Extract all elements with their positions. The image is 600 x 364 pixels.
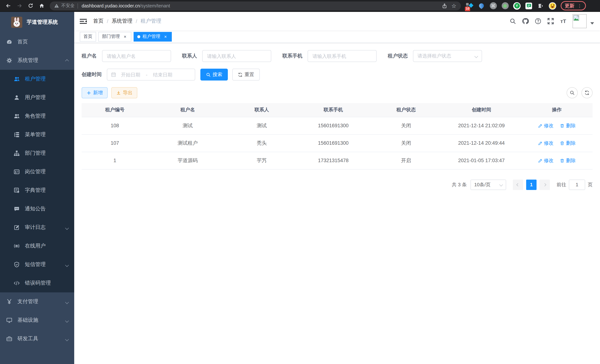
edit-link[interactable]: 修改 bbox=[538, 122, 553, 129]
tenant-table: 租户编号 租户名 联系人 联系手机 租户状态 创建时间 操作 108 测试 bbox=[82, 103, 593, 169]
prev-page-button[interactable] bbox=[513, 179, 523, 190]
page-size-select[interactable]: 10条/页 bbox=[470, 179, 506, 190]
user-avatar[interactable] bbox=[572, 14, 587, 28]
sidebar-item-notice[interactable]: 通知公告 bbox=[0, 200, 74, 218]
plus-icon bbox=[86, 90, 91, 95]
users-icon bbox=[13, 113, 20, 119]
sidebar-item-system[interactable]: 系统管理 bbox=[0, 51, 74, 70]
chevron-down-icon bbox=[474, 54, 478, 58]
start-date-input[interactable] bbox=[116, 72, 145, 77]
url-path: /system/tenant bbox=[140, 3, 170, 8]
sidebar-item-online-users[interactable]: 在线用户 bbox=[0, 237, 74, 255]
page-root: 不安全 dashboard.yudao.iocoder.cn/system/te… bbox=[0, 0, 600, 364]
breadcrumb-current: 租户管理 bbox=[141, 18, 161, 25]
extension-icon-recorder[interactable] bbox=[501, 2, 509, 9]
col-actions: 操作 bbox=[521, 103, 593, 117]
sidebar-item-roles[interactable]: 角色管理 bbox=[0, 107, 74, 125]
browser-home-icon[interactable] bbox=[37, 1, 46, 10]
add-button[interactable]: 新增 bbox=[82, 87, 108, 98]
status-select[interactable]: 请选择租户状态 bbox=[413, 50, 482, 62]
chevron-left-icon bbox=[516, 183, 520, 186]
share-icon[interactable] bbox=[442, 3, 447, 8]
bookmark-star-icon[interactable]: ☆ bbox=[451, 3, 456, 9]
refresh-table-button[interactable] bbox=[581, 87, 593, 98]
contact-label: 联系人 bbox=[182, 53, 197, 59]
badge-icon bbox=[13, 169, 20, 175]
fullscreen-icon[interactable] bbox=[544, 18, 557, 25]
reset-button[interactable]: 重置 bbox=[232, 69, 260, 81]
tab-tenant[interactable]: 租户管理 bbox=[134, 32, 172, 41]
delete-link[interactable]: 删除 bbox=[560, 140, 576, 146]
status-value: 开启 bbox=[370, 152, 442, 169]
address-bar[interactable]: 不安全 dashboard.yudao.iocoder.cn/system/te… bbox=[50, 1, 461, 10]
dictionary-icon bbox=[13, 187, 20, 193]
avatar-caret-icon[interactable] bbox=[590, 22, 594, 25]
extension-icon-kite[interactable] bbox=[478, 2, 485, 9]
sidebar-item-error-codes[interactable]: 错误码管理 bbox=[0, 274, 74, 292]
extension-icon-1[interactable]: 10 bbox=[466, 2, 473, 9]
security-label[interactable]: 不安全 bbox=[61, 3, 75, 9]
pen-icon bbox=[538, 123, 542, 128]
breadcrumb-home[interactable]: 首页 bbox=[93, 18, 103, 25]
close-icon[interactable] bbox=[122, 34, 128, 39]
tenant-name-input[interactable] bbox=[102, 50, 171, 62]
sidebar-item-dev-tools[interactable]: 研发工具 bbox=[0, 329, 74, 348]
search-button[interactable]: 搜索 bbox=[200, 69, 228, 81]
col-mobile: 联系手机 bbox=[296, 103, 370, 117]
next-page-button[interactable] bbox=[540, 179, 550, 190]
sidebar-item-posts[interactable]: 岗位管理 bbox=[0, 162, 74, 181]
pen-icon bbox=[538, 141, 542, 145]
tab-departments[interactable]: 部门管理 bbox=[98, 32, 131, 41]
export-button[interactable]: 导出 bbox=[111, 87, 137, 98]
edit-link[interactable]: 修改 bbox=[538, 140, 553, 146]
sidebar-toggle-icon[interactable] bbox=[80, 18, 87, 25]
edit-link[interactable]: 修改 bbox=[538, 157, 553, 164]
sidebar-item-dict[interactable]: 字典管理 bbox=[0, 181, 74, 200]
extensions-puzzle-icon[interactable] bbox=[537, 2, 544, 9]
browser-menu-dots-icon[interactable]: ⋮ bbox=[577, 3, 582, 8]
mobile-input[interactable] bbox=[308, 50, 377, 62]
breadcrumb-system[interactable]: 系统管理 bbox=[112, 18, 132, 25]
contact-input[interactable] bbox=[202, 50, 271, 62]
toggle-search-button[interactable] bbox=[567, 87, 578, 98]
sidebar-item-sms[interactable]: 短信管理 bbox=[0, 255, 74, 274]
extension-icon-command[interactable]: ⌘ bbox=[489, 2, 497, 9]
page-number-1[interactable]: 1 bbox=[526, 179, 536, 190]
tags-view-bar: 首页 部门管理 租户管理 bbox=[74, 30, 600, 43]
sidebar-item-menus[interactable]: 菜单管理 bbox=[0, 125, 74, 144]
browser-forward-icon[interactable] bbox=[15, 1, 24, 10]
gear-icon bbox=[6, 57, 13, 64]
goto-page-input[interactable] bbox=[569, 179, 585, 190]
end-date-input[interactable] bbox=[148, 72, 177, 77]
extension-icon-y[interactable]: Y bbox=[513, 2, 521, 9]
sidebar-item-tenant[interactable]: 租户管理 bbox=[0, 70, 74, 88]
system-submenu: 租户管理 用户管理 角色管理 菜单管理 部门管理 bbox=[0, 70, 74, 292]
update-label: 更新 bbox=[565, 2, 574, 9]
dashboard-icon bbox=[6, 39, 13, 45]
sidebar-item-departments[interactable]: 部门管理 bbox=[0, 144, 74, 162]
app-logo-row[interactable]: 芋道管理系统 bbox=[0, 12, 74, 33]
extension-icon-chat[interactable] bbox=[525, 2, 533, 9]
browser-update-button[interactable]: 更新 ⋮ bbox=[561, 1, 586, 10]
delete-link[interactable]: 删除 bbox=[560, 157, 576, 164]
delete-link[interactable]: 删除 bbox=[560, 122, 576, 129]
font-size-icon[interactable]: тT bbox=[557, 18, 570, 24]
github-icon[interactable] bbox=[519, 18, 532, 25]
chevron-down-icon bbox=[66, 224, 68, 230]
page-unit-label: 页 bbox=[588, 181, 593, 188]
tab-home[interactable]: 首页 bbox=[80, 32, 96, 41]
chevron-down-icon bbox=[66, 336, 68, 342]
help-icon[interactable] bbox=[532, 18, 544, 25]
sidebar-item-payment[interactable]: 支付管理 bbox=[0, 292, 74, 311]
profile-avatar-icon[interactable] bbox=[549, 2, 556, 9]
chevron-up-icon bbox=[66, 57, 68, 64]
sidebar-item-users[interactable]: 用户管理 bbox=[0, 88, 74, 107]
sidebar-item-audit-log[interactable]: 审计日志 bbox=[0, 218, 74, 237]
browser-back-icon[interactable] bbox=[4, 1, 13, 10]
close-icon[interactable] bbox=[163, 34, 168, 39]
create-time-range-picker[interactable]: - bbox=[107, 69, 195, 81]
sidebar-item-infrastructure[interactable]: 基础设施 bbox=[0, 311, 74, 329]
header-search-icon[interactable] bbox=[506, 18, 519, 25]
sidebar-item-home[interactable]: 首页 bbox=[0, 33, 74, 51]
browser-reload-icon[interactable] bbox=[26, 1, 35, 10]
